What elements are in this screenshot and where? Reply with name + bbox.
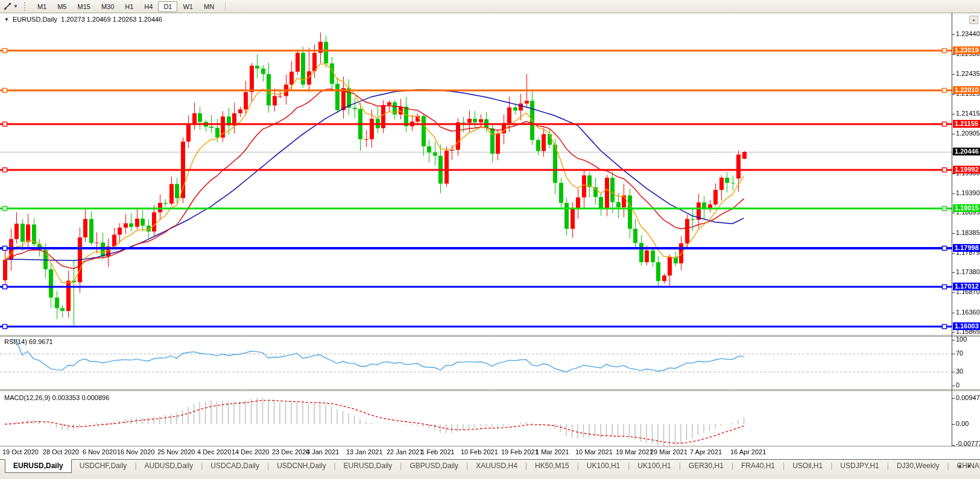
date-axis-label: 19 Feb 2021 xyxy=(501,448,539,456)
timeframe-buttons: M1M5M15M30H1H4D1W1MN xyxy=(32,1,220,12)
date-axis-label: 7 Apr 2021 xyxy=(690,448,722,456)
chart-tab-GBPUSD-Daily[interactable]: GBPUSD,Daily xyxy=(402,460,466,472)
date-axis-label: 25 Nov 2020 xyxy=(157,448,195,456)
price-axis[interactable]: 1.234401.229301.224351.219251.214151.209… xyxy=(952,13,980,459)
chart-tab-AUDUSD-Daily[interactable]: AUDUSD,Daily xyxy=(137,460,201,472)
timeframe-button-H4[interactable]: H4 xyxy=(139,1,158,12)
timeframe-button-M15[interactable]: M15 xyxy=(72,1,95,12)
price-axis-tick: 1.17380 xyxy=(956,268,980,276)
date-axis-label: 22 Jan 2021 xyxy=(387,448,423,456)
date-axis-label: 19 Mar 2021 xyxy=(616,448,653,456)
time-axis[interactable]: 19 Oct 202028 Oct 20206 Nov 202016 Nov 2… xyxy=(0,448,952,459)
timeframe-button-M1[interactable]: M1 xyxy=(32,1,52,12)
chart-window: ▼EURUSD,Daily 1.20273 1.20469 1.20263 1.… xyxy=(0,13,980,459)
rsi-indicator-label: RSI(14) 69.9671 xyxy=(4,338,53,346)
timeframe-button-D1[interactable]: D1 xyxy=(158,1,177,12)
price-axis-tick: 1.22435 xyxy=(956,70,980,78)
chart-tab-XAUUSD-H4[interactable]: XAUUSD,H4 xyxy=(468,460,525,472)
date-axis-label: 14 Dec 2020 xyxy=(232,448,269,456)
price-level-tag: 1.17012 xyxy=(953,283,980,290)
chart-tab-USDCNH-Daily[interactable]: USDCNH,Daily xyxy=(269,460,334,472)
crosshair-tool-icon[interactable] xyxy=(2,2,13,11)
price-chart-canvas[interactable] xyxy=(0,13,980,459)
chart-tab-UK100-H1[interactable]: UK100,H1 xyxy=(630,460,678,472)
rsi-axis-tick: 70 xyxy=(956,349,963,357)
toolbar-grip[interactable] xyxy=(24,2,27,11)
date-axis-label: 10 Feb 2021 xyxy=(461,448,498,456)
top-toolbar: ▼ M1M5M15M30H1H4D1W1MN xyxy=(0,0,980,13)
date-axis-label: 16 Nov 2020 xyxy=(117,448,154,456)
timeframe-button-M5[interactable]: M5 xyxy=(52,1,72,12)
timeframe-button-H1[interactable]: H1 xyxy=(119,1,139,12)
date-axis-label: 19 Oct 2020 xyxy=(2,448,39,456)
price-level-tag: 1.22010 xyxy=(953,86,980,94)
chart-title: ▼EURUSD,Daily 1.20273 1.20469 1.20263 1.… xyxy=(4,16,162,23)
toolbar-separator xyxy=(225,2,226,11)
chart-scroll-up-icon[interactable]: ▲ xyxy=(969,16,978,24)
tab-scroll-arrows: ◄► xyxy=(956,463,977,469)
date-axis-label: 16 Apr 2021 xyxy=(730,448,766,456)
rsi-axis-tick: 30 xyxy=(956,368,963,375)
chart-tab-USOil-H1[interactable]: USOil,H1 xyxy=(785,460,830,472)
macd-indicator-label: MACD(12,26,9) 0.003353 0.000896 xyxy=(4,394,109,402)
chart-ohlc-values: 1.20273 1.20469 1.20263 1.20446 xyxy=(61,16,162,23)
timeframe-button-W1[interactable]: W1 xyxy=(177,1,198,12)
date-axis-label: 29 Mar 2021 xyxy=(650,448,688,456)
price-level-tag: 1.16003 xyxy=(953,322,980,330)
date-axis-label: 23 Dec 2020 xyxy=(272,448,309,456)
price-level-tag: 1.19992 xyxy=(953,166,980,174)
chart-tabs: EURUSD,DailyUSDCHF,Daily|AUDUSD,Daily|US… xyxy=(5,460,980,473)
rsi-axis-tick: 100 xyxy=(956,336,967,343)
date-axis-label: 28 Oct 2020 xyxy=(43,448,79,456)
chart-tab-UK100-H1[interactable]: UK100,H1 xyxy=(579,460,628,472)
price-axis-tick: 1.21415 xyxy=(956,110,980,117)
date-axis-label: 4 Dec 2020 xyxy=(197,448,231,456)
date-axis-label: 13 Jan 2021 xyxy=(346,448,383,456)
date-axis-label: 1 Mar 2021 xyxy=(536,448,569,456)
price-level-tag: 1.17998 xyxy=(953,244,980,252)
price-level-tag: 1.19015 xyxy=(953,204,980,212)
price-level-tag: 1.23019 xyxy=(953,46,980,54)
chart-tab-EURUSD-Daily[interactable]: EURUSD,Daily xyxy=(336,460,400,472)
chart-symbol-label: EURUSD,Daily xyxy=(13,16,57,23)
chart-tab-USDCHF-Daily[interactable]: USDCHF,Daily xyxy=(72,460,135,472)
price-level-tag: 1.21155 xyxy=(953,120,980,128)
chart-tab-EURUSD-Daily[interactable]: EURUSD,Daily xyxy=(5,459,72,473)
macd-axis-tick: 0.00 xyxy=(956,420,969,428)
price-axis-tick: 1.16360 xyxy=(956,308,980,316)
price-axis-tick: 1.20905 xyxy=(956,130,980,137)
price-axis-tick: 1.19390 xyxy=(956,189,980,197)
chart-tab-GER30-H1[interactable]: GER30,H1 xyxy=(681,460,732,472)
chart-tab-FRA40-H1[interactable]: FRA40,H1 xyxy=(733,460,783,472)
price-axis-tick: 1.23440 xyxy=(956,30,980,38)
current-price-tag: 1.20446 xyxy=(953,148,980,155)
price-axis-tick: 1.18385 xyxy=(956,229,980,237)
date-axis-label: 6 Nov 2020 xyxy=(83,448,116,456)
chart-tab-USDCAD-Daily[interactable]: USDCAD,Daily xyxy=(203,460,267,472)
chart-tab-DJ30-Weekly[interactable]: DJ30,Weekly xyxy=(889,460,947,472)
chart-tab-USDJPY-H1[interactable]: USDJPY,H1 xyxy=(832,460,887,472)
date-axis-label: 1 Feb 2021 xyxy=(421,448,455,456)
chart-tab-bar: EURUSD,DailyUSDCHF,Daily|AUDUSD,Daily|US… xyxy=(0,459,980,479)
date-axis-label: 4 Jan 2021 xyxy=(306,448,339,456)
rsi-axis-tick: 0 xyxy=(956,381,959,389)
tool-dropdown-caret[interactable]: ▼ xyxy=(13,4,18,9)
macd-axis-tick: -0.007778 xyxy=(956,440,980,448)
date-axis-label: 10 Mar 2021 xyxy=(575,448,613,456)
timeframe-button-M30[interactable]: M30 xyxy=(96,1,119,12)
chart-tab-HK50-M15[interactable]: HK50,M15 xyxy=(527,460,577,472)
tab-scroll-right-icon[interactable]: ► xyxy=(967,463,977,469)
tab-scroll-left-icon[interactable]: ◄ xyxy=(956,463,967,469)
macd-axis-tick: 0.009478 xyxy=(956,394,980,402)
timeframe-button-MN[interactable]: MN xyxy=(198,1,220,12)
chart-title-caret-icon[interactable]: ▼ xyxy=(4,17,9,22)
